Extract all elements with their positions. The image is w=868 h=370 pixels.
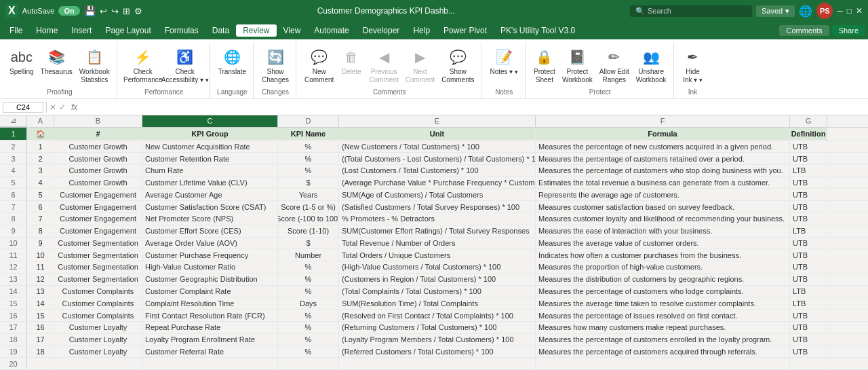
cell-row2-col7[interactable]: UTB (790, 141, 827, 152)
delete-comment-button[interactable]: 🗑 Delete (338, 45, 365, 77)
cell-row14-col1[interactable]: 13 (27, 286, 54, 297)
cell-row11-col1[interactable]: 10 (27, 249, 54, 261)
cell-row2-col4[interactable]: % (278, 141, 339, 152)
unshare-workbook-button[interactable]: 👥 UnshareWorkbook (633, 45, 669, 86)
cell-row14-col6[interactable]: Measures the percentage of customers who… (536, 286, 790, 297)
thesaurus-button[interactable]: 📚 Thesaurus (38, 45, 75, 77)
cell-row5-col6[interactable]: Estimates the total revenue a business c… (536, 177, 790, 189)
cell-row16-col6[interactable]: Measures the percentage of issues resolv… (536, 310, 790, 321)
cell-row8-col6[interactable]: Measures customer loyalty and likelihood… (536, 213, 790, 225)
misc-icons[interactable]: ⚙ (134, 6, 142, 16)
comments-button[interactable]: Comments (779, 25, 829, 36)
cell-row17-col4[interactable]: % (278, 322, 339, 333)
insert-function-icon[interactable]: fx (68, 103, 80, 112)
cell-row3-col1[interactable]: 2 (27, 153, 54, 164)
menu-item-view[interactable]: View (277, 24, 308, 37)
cell-row7-col2[interactable]: Customer Engagement (54, 201, 142, 212)
cell-row5-col7[interactable]: UTB (790, 177, 827, 189)
cell-row6-col5[interactable]: SUM(Age of Customers) / Total Customers (339, 189, 536, 200)
cell-row9-col7[interactable]: LTB (790, 225, 827, 237)
cell-row9-col4[interactable]: Score (1-10) (278, 225, 339, 237)
cell-row11-col5[interactable]: Total Orders / Unique Customers (339, 249, 536, 261)
cell-row6-col3[interactable]: Average Customer Age (142, 189, 278, 200)
protect-workbook-button[interactable]: 📓 ProtectWorkbook (559, 45, 595, 86)
cell-row15-col6[interactable]: Measures the average time taken to resol… (536, 297, 790, 309)
cell-row20-col4[interactable] (278, 358, 339, 369)
cell-row11-col7[interactable]: UTB (790, 249, 827, 261)
menu-item-insert[interactable]: Insert (64, 24, 98, 37)
save-icon[interactable]: 💾 (84, 5, 96, 16)
previous-comment-button[interactable]: ◀ PreviousComment (366, 45, 401, 86)
allow-edit-ranges-button[interactable]: ✏ Allow EditRanges (597, 45, 632, 86)
cell-row6-col7[interactable]: UTB (790, 189, 827, 200)
cell-row18-col7[interactable]: UTB (790, 334, 827, 346)
cell-row5-col3[interactable]: Customer Lifetime Value (CLV) (142, 177, 278, 189)
share-button[interactable]: Share (832, 25, 865, 36)
cell-row18-col5[interactable]: (Loyalty Program Members / Total Custome… (339, 334, 536, 346)
formula-input[interactable] (83, 103, 865, 112)
cell-row10-col5[interactable]: Total Revenue / Number of Orders (339, 238, 536, 249)
cell-row4-col1[interactable]: 3 (27, 165, 54, 177)
cell-row15-col4[interactable]: Days (278, 297, 339, 309)
cell-1b[interactable]: # (54, 128, 142, 141)
cell-row20-col1[interactable] (27, 358, 54, 369)
cell-row5-col2[interactable]: Customer Growth (54, 177, 142, 189)
cell-row16-col7[interactable]: UTB (790, 310, 827, 321)
cell-row10-col6[interactable]: Measures the average value of customer o… (536, 238, 790, 249)
globe-icon[interactable]: 🌐 (799, 5, 812, 18)
cell-1e[interactable]: Unit (339, 128, 536, 141)
saved-status[interactable]: Saved ▾ (756, 5, 795, 17)
cell-row3-col3[interactable]: Customer Retention Rate (142, 153, 278, 164)
new-comment-button[interactable]: 💬 NewComment (302, 45, 336, 86)
cell-row8-col1[interactable]: 7 (27, 213, 54, 225)
cell-row8-col2[interactable]: Customer Engagement (54, 213, 142, 225)
cell-row8-col3[interactable]: Net Promoter Score (NPS) (142, 213, 278, 225)
cell-row17-col6[interactable]: Measures how many customers make repeat … (536, 322, 790, 333)
cell-row2-col2[interactable]: Customer Growth (54, 141, 142, 152)
menu-item-file[interactable]: File (3, 24, 29, 37)
col-header-d[interactable]: D (278, 115, 339, 127)
cell-row12-col1[interactable]: 11 (27, 261, 54, 273)
search-box[interactable]: 🔍 Search (630, 5, 752, 17)
cell-row19-col7[interactable]: UTB (790, 346, 827, 357)
col-header-e[interactable]: E (339, 115, 536, 127)
search-placeholder[interactable]: Search (648, 7, 671, 15)
cell-row15-col2[interactable]: Customer Complaints (54, 297, 142, 309)
cell-row13-col4[interactable]: % (278, 274, 339, 285)
cell-row12-col4[interactable]: % (278, 261, 339, 273)
cell-row7-col7[interactable]: UTB (790, 201, 827, 212)
menu-item-review[interactable]: Review (236, 24, 276, 37)
menu-item-help[interactable]: Help (406, 24, 437, 37)
cell-row16-col5[interactable]: (Resolved on First Contact / Total Compl… (339, 310, 536, 321)
cell-row16-col1[interactable]: 15 (27, 310, 54, 321)
cell-row2-col5[interactable]: (New Customers / Total Customers) * 100 (339, 141, 536, 152)
check-performance-button[interactable]: ⚡ CheckPerformance (123, 45, 163, 86)
cell-row10-col1[interactable]: 9 (27, 238, 54, 249)
cell-row3-col6[interactable]: Measures the percentage of customers ret… (536, 153, 790, 164)
cell-row4-col2[interactable]: Customer Growth (54, 165, 142, 177)
redo-icon[interactable]: ↪ (111, 6, 119, 16)
cell-row7-col5[interactable]: (Satisfied Customers / Total Survey Resp… (339, 201, 536, 212)
cell-row11-col4[interactable]: Number (278, 249, 339, 261)
menu-item-powerpivot[interactable]: Power Pivot (437, 24, 494, 37)
cell-row11-col6[interactable]: Indicates how often a customer purchases… (536, 249, 790, 261)
cell-1f[interactable]: Formula (536, 128, 790, 141)
menu-item-formulas[interactable]: Formulas (158, 24, 205, 37)
cell-1g[interactable]: Definition (790, 128, 827, 141)
cell-row2-col1[interactable]: 1 (27, 141, 54, 152)
cell-row17-col2[interactable]: Customer Loyalty (54, 322, 142, 333)
cell-row3-col5[interactable]: ((Total Customers - Lost Customers) / To… (339, 153, 536, 164)
menu-item-data[interactable]: Data (205, 24, 236, 37)
cell-row13-col5[interactable]: (Customers in Region / Total Customers) … (339, 274, 536, 285)
check-accessibility-button[interactable]: ♿ CheckAccessibility ▾ (165, 45, 205, 86)
cell-row15-col5[interactable]: SUM(Resolution Time) / Total Complaints (339, 297, 536, 309)
cell-row2-col3[interactable]: New Customer Acquisition Rate (142, 141, 278, 152)
cell-row12-col5[interactable]: (High-Value Customers / Total Customers)… (339, 261, 536, 273)
undo-icon[interactable]: ↩ (100, 6, 107, 16)
cell-row7-col4[interactable]: Score (1-5 or %) (278, 201, 339, 212)
cell-row5-col1[interactable]: 4 (27, 177, 54, 189)
cell-row16-col4[interactable]: % (278, 310, 339, 321)
cell-row11-col3[interactable]: Customer Purchase Frequency (142, 249, 278, 261)
cell-row4-col3[interactable]: Churn Rate (142, 165, 278, 177)
cell-row19-col1[interactable]: 18 (27, 346, 54, 357)
